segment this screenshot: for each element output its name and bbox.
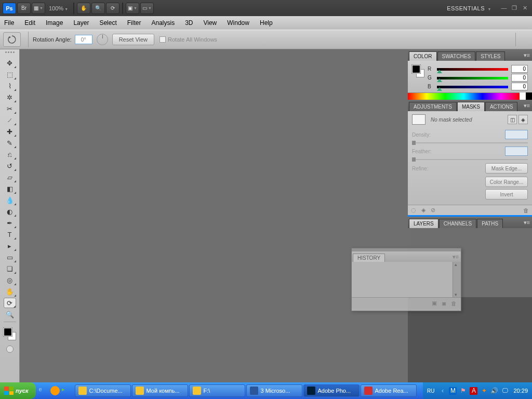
ps-icon[interactable]: Ps [3,3,16,14]
shape-tool[interactable]: ▭ [4,252,16,262]
panel-menu-icon[interactable]: ▾≡ [524,52,530,59]
tray-expand-icon[interactable]: ‹ [438,387,446,395]
marquee-tool[interactable]: ⬚ [4,69,16,79]
view-extras-icon[interactable]: ▦▼ [32,3,45,14]
tab-layers[interactable]: LAYERS [409,219,438,228]
menu-window[interactable]: Window [227,19,249,26]
healing-tool[interactable]: ✚ [4,126,16,137]
history-brush-tool[interactable]: ↺ [4,161,16,171]
hand-tool[interactable]: ✋ [4,286,16,297]
zoom-tool[interactable]: 🔍 [4,309,16,320]
g-input[interactable] [511,74,528,82]
history-panel[interactable]: HISTORY ▾≡ ▣ ◙ 🗑 [351,248,461,311]
r-slider[interactable] [437,66,508,72]
3d-camera-tool[interactable]: ◎ [4,275,16,285]
tray-icon[interactable]: ✦ [480,387,488,395]
arrange-docs-icon[interactable]: ▣▼ [126,3,139,14]
taskbar-item[interactable]: 3 Microso... [246,384,302,397]
brush-tool[interactable]: ✎ [4,138,16,148]
tab-history[interactable]: HISTORY [353,254,385,262]
menu-select[interactable]: Select [99,19,116,26]
taskbar-item[interactable]: F:\ [189,384,245,397]
menu-view[interactable]: View [203,19,217,26]
menu-analysis[interactable]: Analysis [151,19,175,26]
clock[interactable]: 20:29 [513,388,528,394]
tab-swatches[interactable]: SWATCHES [437,51,476,61]
panel-menu-icon[interactable]: ▾≡ [524,219,530,226]
history-list[interactable] [352,262,453,297]
eyedropper-tool[interactable]: ⟋ [4,115,16,125]
r-input[interactable] [511,65,528,73]
restore-button[interactable]: ❐ [511,5,518,12]
ie-icon[interactable]: e [39,386,48,395]
dodge-tool[interactable]: ◐ [4,206,16,217]
tray-icon[interactable]: ⚑ [459,387,467,395]
color-foreground-background[interactable] [412,65,424,77]
stamp-tool[interactable]: ⎌ [4,149,16,159]
workspace-switcher[interactable]: ESSENTIALS ▼ [447,5,491,11]
pixel-mask-icon[interactable]: ◫ [508,115,517,124]
pen-tool[interactable]: ✒ [4,218,16,228]
bridge-icon[interactable]: Br [17,3,31,14]
menu-help[interactable]: Help [260,19,273,26]
delete-mask-icon[interactable]: 🗑 [523,207,529,214]
menu-layer[interactable]: Layer [73,19,89,26]
density-input[interactable] [505,130,528,139]
minimize-button[interactable]: — [500,5,508,12]
tray-volume-icon[interactable]: 🔊 [490,387,498,395]
apply-mask-icon[interactable]: ◈ [421,207,425,214]
document-canvas[interactable]: HISTORY ▾≡ ▣ ◙ 🗑 [20,49,408,382]
crop-tool[interactable]: ✂ [4,103,16,114]
tab-paths[interactable]: PATHS [477,219,503,228]
load-sel-icon[interactable]: ◌ [411,207,416,214]
quick-select-tool[interactable]: ✲ [4,92,16,102]
gradient-tool[interactable]: ◧ [4,183,16,194]
start-button[interactable]: пуск [0,382,36,399]
color-spectrum[interactable] [408,92,532,100]
zoom-level[interactable]: 100%▼ [49,5,68,11]
lasso-tool[interactable]: ⌇ [4,81,16,91]
tray-display-icon[interactable]: 🖵 [501,387,509,395]
screen-mode-icon[interactable]: ▭▼ [140,3,154,14]
desktop-icon[interactable] [50,386,60,395]
menu-3d[interactable]: 3D [185,19,193,26]
invert-button[interactable]: Invert [485,189,528,200]
tab-adjustments[interactable]: ADJUSTMENTS [409,102,457,111]
taskbar-item[interactable]: Мой компь... [132,384,188,397]
3d-tool[interactable]: ❏ [4,263,16,274]
delete-state-icon[interactable]: 🗑 [451,300,457,307]
tab-actions[interactable]: ACTIONS [485,102,517,111]
scrollbar[interactable] [453,262,461,297]
vector-mask-icon[interactable]: ◈ [518,115,528,124]
rotation-dial[interactable] [97,34,108,45]
panel-menu-icon[interactable]: ▾≡ [453,254,459,260]
b-slider[interactable] [437,84,508,89]
b-input[interactable] [511,83,528,90]
color-swatches[interactable] [3,327,17,341]
density-slider[interactable] [412,142,528,143]
disable-mask-icon[interactable]: ⊘ [431,207,435,214]
tray-icon[interactable]: M [449,387,457,395]
new-snapshot-icon[interactable]: ◙ [442,300,446,307]
taskbar-item[interactable]: C:\Docume... [75,384,131,397]
rotation-angle-input[interactable] [75,35,92,44]
rotate-view-icon[interactable]: ⟳ [106,3,119,14]
language-indicator[interactable]: RU [427,388,434,394]
blur-tool[interactable]: 💧 [4,195,16,205]
rotate-view-tool[interactable]: ⟳ [4,298,16,308]
zoom-tool-icon[interactable]: 🔍 [91,3,105,14]
tab-masks[interactable]: MASKS [457,102,485,111]
tab-color[interactable]: COLOR [409,51,437,61]
color-range-button[interactable]: Color Range... [485,177,528,187]
tray-av-icon[interactable]: A [470,387,477,395]
move-tool[interactable]: ✥ [4,58,16,68]
player-icon[interactable]: ▸ [62,386,71,395]
g-slider[interactable] [437,75,508,81]
close-button[interactable]: ✕ [521,5,528,12]
path-select-tool[interactable]: ▸ [4,241,16,251]
menu-file[interactable]: File [4,19,14,26]
rotate-all-checkbox[interactable] [159,36,166,43]
tab-styles[interactable]: STYLES [476,51,505,61]
menu-edit[interactable]: Edit [24,19,35,26]
hand-tool-icon[interactable]: ✋ [77,3,90,14]
